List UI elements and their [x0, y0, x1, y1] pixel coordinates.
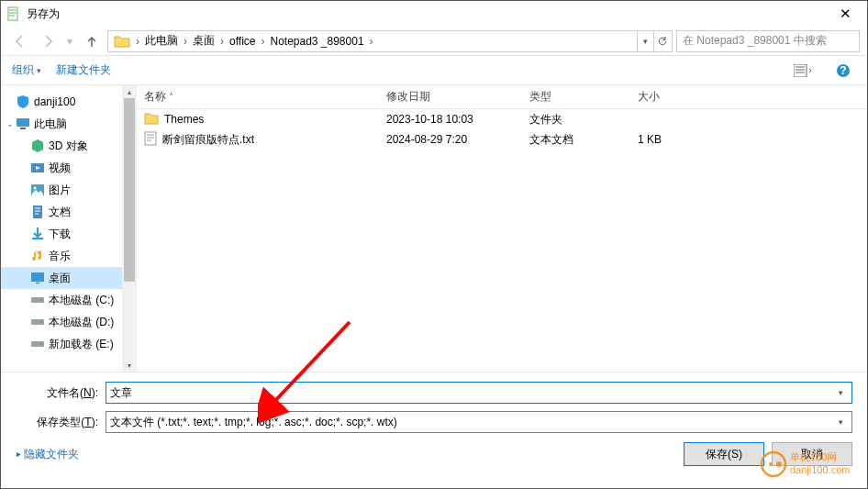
- address-bar[interactable]: › 此电脑 › 桌面 › office › Notepad3 _898001 ›…: [107, 30, 673, 52]
- breadcrumb-item[interactable]: 桌面: [189, 33, 218, 49]
- svg-point-13: [40, 299, 42, 301]
- filetype-select[interactable]: 文本文件 (*.txt;*. text;*. tmp;*. log;*. asc…: [106, 411, 852, 433]
- tree-item[interactable]: 视频: [1, 157, 136, 179]
- chevron-icon: ›: [182, 35, 189, 48]
- svg-rect-1: [794, 64, 807, 77]
- tree-item-label: 图片: [49, 183, 71, 198]
- main-area: danji100⌄此电脑3D 对象视频图片文档下载音乐桌面本地磁盘 (C:)本地…: [1, 85, 867, 372]
- tree-item[interactable]: 本地磁盘 (D:): [1, 311, 136, 333]
- svg-point-17: [40, 343, 42, 345]
- back-button[interactable]: [8, 30, 32, 52]
- tree-item-label: 桌面: [49, 271, 71, 286]
- save-button[interactable]: 保存(S): [684, 442, 764, 466]
- disk-icon: [30, 337, 45, 351]
- address-dropdown[interactable]: ▾: [637, 31, 653, 51]
- filename-input[interactable]: ▾: [106, 382, 852, 404]
- column-date[interactable]: 修改日期: [379, 89, 522, 105]
- search-placeholder: 在 Notepad3 _898001 中搜索: [683, 33, 827, 49]
- breadcrumb-item[interactable]: office: [226, 35, 259, 48]
- column-name[interactable]: 名称: [137, 89, 379, 105]
- file-name: 断剑留痕版特点.txt: [162, 132, 254, 148]
- svg-point-8: [34, 187, 37, 190]
- tree-item-label: 视频: [49, 161, 71, 176]
- tree-item[interactable]: danji100: [1, 91, 136, 113]
- filename-label: 文件名(N):: [16, 385, 106, 401]
- tree-item[interactable]: 文档: [1, 201, 136, 223]
- close-button[interactable]: ✕: [827, 1, 863, 27]
- toolbar: 组织 新建文件夹 ?: [1, 56, 867, 85]
- tree-item-label: 3D 对象: [49, 139, 88, 154]
- svg-rect-4: [17, 118, 29, 127]
- svg-rect-0: [8, 7, 17, 20]
- file-name: Themes: [164, 113, 204, 126]
- search-input[interactable]: 在 Notepad3 _898001 中搜索: [676, 30, 860, 52]
- tree-item[interactable]: 桌面: [1, 267, 136, 289]
- shield-icon: [16, 94, 30, 109]
- recent-dropdown[interactable]: ▾: [63, 30, 76, 52]
- file-size: 1 KB: [630, 133, 722, 146]
- title-bar: 另存为 ✕: [1, 1, 867, 27]
- dropdown-icon[interactable]: ▾: [833, 417, 848, 427]
- file-row[interactable]: 断剑留痕版特点.txt2024-08-29 7:20文本文档1 KB: [137, 129, 867, 150]
- svg-rect-11: [36, 283, 39, 283]
- hide-folders-toggle[interactable]: 隐藏文件夹: [16, 447, 79, 462]
- view-button[interactable]: [790, 61, 816, 81]
- tree-scrollbar[interactable]: ▴▾: [122, 85, 137, 372]
- help-button[interactable]: ?: [830, 61, 856, 81]
- tree-item[interactable]: 音乐: [1, 245, 136, 267]
- tree-item-label: danji100: [34, 95, 75, 108]
- dl-icon: [30, 227, 45, 241]
- file-rows[interactable]: Themes2023-10-18 10:03文件夹断剑留痕版特点.txt2024…: [137, 109, 867, 372]
- svg-rect-10: [31, 272, 44, 282]
- tree-item-label: 文档: [49, 205, 71, 220]
- doc-icon: [30, 205, 45, 219]
- svg-rect-5: [20, 128, 26, 129]
- disk-icon: [30, 315, 45, 329]
- app-icon: [6, 6, 21, 21]
- forward-button[interactable]: [36, 30, 60, 52]
- bottom-panel: 文件名(N): ▾ 保存类型(T): 文本文件 (*.txt;*. text;*…: [1, 372, 867, 473]
- new-folder-button[interactable]: 新建文件夹: [56, 62, 111, 78]
- disk-icon: [30, 293, 45, 307]
- tree-item[interactable]: 图片: [1, 179, 136, 201]
- svg-point-15: [40, 321, 42, 323]
- filename-field[interactable]: [110, 386, 833, 399]
- up-button[interactable]: [80, 30, 104, 52]
- svg-rect-18: [145, 132, 156, 145]
- organize-button[interactable]: 组织: [12, 62, 41, 78]
- refresh-button[interactable]: [653, 31, 670, 51]
- video-icon: [30, 161, 45, 175]
- folder-tree[interactable]: danji100⌄此电脑3D 对象视频图片文档下载音乐桌面本地磁盘 (C:)本地…: [1, 85, 137, 361]
- file-row[interactable]: Themes2023-10-18 10:03文件夹: [137, 109, 867, 129]
- chevron-icon: ›: [368, 35, 375, 48]
- img-icon: [30, 183, 45, 197]
- breadcrumb-item[interactable]: 此电脑: [141, 33, 182, 49]
- file-date: 2023-10-18 10:03: [379, 113, 522, 126]
- chevron-icon: ›: [134, 35, 141, 48]
- chevron-icon: ›: [218, 35, 226, 48]
- tree-item[interactable]: 下载: [1, 223, 136, 245]
- column-type[interactable]: 类型: [522, 89, 630, 105]
- tree-item-label: 此电脑: [34, 117, 67, 132]
- pc-icon: [16, 117, 30, 131]
- filetype-value: 文本文件 (*.txt;*. text;*. tmp;*. log;*. asc…: [110, 415, 833, 430]
- tree-item[interactable]: ⌄此电脑: [1, 113, 136, 135]
- tree-item-label: 本地磁盘 (C:): [49, 293, 114, 308]
- dropdown-icon[interactable]: ▾: [833, 388, 848, 397]
- tree-item[interactable]: 3D 对象: [1, 135, 136, 157]
- cube-icon: [30, 139, 45, 153]
- tree-item[interactable]: 新加载卷 (E:): [1, 333, 136, 355]
- txt-icon: [144, 131, 157, 149]
- cancel-button[interactable]: 取消: [772, 442, 852, 466]
- breadcrumb-item[interactable]: Notepad3 _898001: [266, 35, 367, 48]
- column-size[interactable]: 大小: [630, 89, 722, 105]
- chevron-icon: ›: [259, 35, 266, 48]
- nav-bar: ▾ › 此电脑 › 桌面 › office › Notepad3 _898001…: [1, 27, 867, 56]
- tree-item[interactable]: 本地磁盘 (C:): [1, 289, 136, 311]
- svg-text:?: ?: [840, 64, 846, 77]
- tree-item-label: 下载: [49, 227, 71, 242]
- filetype-label: 保存类型(T):: [16, 415, 106, 430]
- tree-item-label: 新加载卷 (E:): [49, 337, 114, 352]
- window-title: 另存为: [27, 6, 827, 22]
- folder-icon: [114, 35, 130, 48]
